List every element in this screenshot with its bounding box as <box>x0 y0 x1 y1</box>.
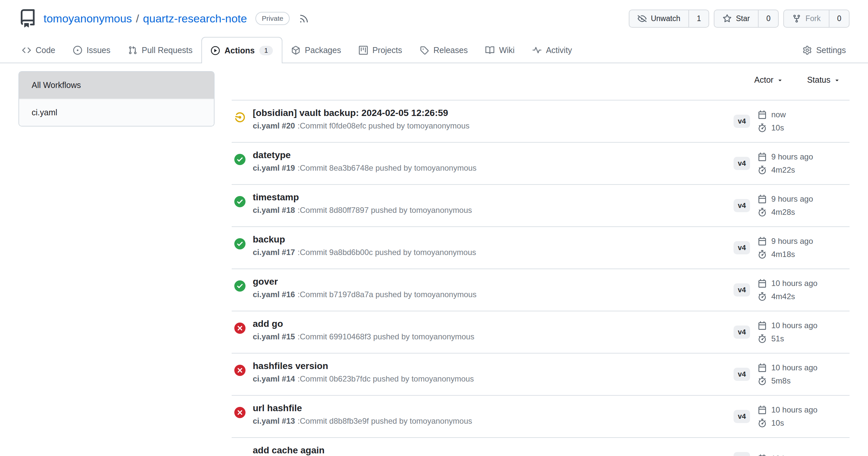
run-date: 9 hours ago <box>758 152 813 161</box>
actor-filter-dropdown[interactable]: Actor <box>754 75 783 85</box>
sidebar-item-all-workflows[interactable]: All Workflows <box>19 72 214 99</box>
watchers-count[interactable]: 1 <box>688 10 709 27</box>
tab-projects[interactable]: Projects <box>350 38 411 63</box>
tab-wiki[interactable]: Wiki <box>476 38 523 63</box>
package-icon <box>291 46 300 55</box>
calendar-icon <box>758 153 767 161</box>
run-workflow-ref[interactable]: ci.yaml #20 <box>253 121 295 130</box>
run-subtitle: ci.yaml #19:Commit 8ea3b6748e pushed by … <box>253 163 476 173</box>
star-button[interactable]: Star <box>714 10 758 27</box>
star-label: Star <box>736 14 750 23</box>
issue-opened-icon <box>73 46 82 55</box>
runs-panel: Actor Status [obsidian] vault backup: 20… <box>232 71 849 456</box>
run-date: 10 hours ago <box>758 321 817 330</box>
run-title-link[interactable]: timestamp <box>253 192 472 203</box>
run-workflow-ref[interactable]: ci.yaml #19 <box>253 163 295 172</box>
tab-label: Packages <box>305 45 341 55</box>
run-duration: 5m8s <box>758 376 817 386</box>
calendar-icon <box>758 405 767 414</box>
visibility-badge: Private <box>255 12 289 25</box>
star-button-group: Star 0 <box>714 9 779 28</box>
run-commit-desc: :Commit b7197d8a7a pushed by tomoyanonym… <box>298 290 476 299</box>
run-commit-desc: :Commit 0b623b7fdc pushed by tomoyanonym… <box>298 374 474 383</box>
chevron-down-icon <box>834 77 840 84</box>
tab-label: Code <box>36 45 55 55</box>
run-date: 9 hours ago <box>758 236 813 246</box>
status-filter-dropdown[interactable]: Status <box>807 75 840 85</box>
fork-label: Fork <box>805 14 820 23</box>
run-date: 10 hours ago <box>758 363 817 372</box>
fork-button[interactable]: Fork <box>784 10 829 27</box>
tab-pull-requests[interactable]: Pull Requests <box>119 38 202 63</box>
status-failure-icon <box>234 407 246 418</box>
status-success-icon <box>234 281 246 292</box>
tag-icon <box>420 46 429 55</box>
forks-count[interactable]: 0 <box>829 10 849 27</box>
eye-closed-icon <box>638 14 647 23</box>
breadcrumb-owner-link[interactable]: tomoyanonymous <box>43 12 132 25</box>
actions-count-badge: 1 <box>259 46 273 55</box>
runner-version-badge: v4 <box>734 241 750 254</box>
run-title-link[interactable]: backup <box>253 234 476 245</box>
run-title-link[interactable]: add cache again <box>253 445 324 456</box>
unwatch-label: Unwatch <box>651 14 680 23</box>
calendar-icon <box>758 110 767 119</box>
repo-action-buttons: Unwatch 1 Star 0 Fork 0 <box>629 9 849 28</box>
run-workflow-ref[interactable]: ci.yaml #14 <box>253 374 295 383</box>
run-workflow-ref[interactable]: ci.yaml #16 <box>253 290 295 299</box>
status-success-icon <box>234 196 246 207</box>
run-duration: 4m28s <box>758 207 813 217</box>
tab-settings[interactable]: Settings <box>794 38 855 63</box>
breadcrumb-repo-link[interactable]: quartz-research-note <box>143 12 247 25</box>
run-title-link[interactable]: [obsidian] vault backup: 2024-02-05 12:2… <box>253 108 470 118</box>
repo-icon <box>19 9 37 28</box>
runner-version-badge: v4 <box>734 368 750 381</box>
run-subtitle: ci.yaml #17:Commit 9a8bd6b00c pushed by … <box>253 248 476 257</box>
rss-feed-icon[interactable] <box>299 13 309 24</box>
breadcrumb-separator: / <box>136 12 139 25</box>
run-workflow-ref[interactable]: ci.yaml #15 <box>253 332 295 341</box>
sidebar-item-ci-yaml[interactable]: ci.yaml <box>19 99 214 126</box>
run-title-link[interactable]: hashfiles version <box>253 361 474 371</box>
run-subtitle: ci.yaml #16:Commit b7197d8a7a pushed by … <box>253 290 476 299</box>
tab-packages[interactable]: Packages <box>282 38 350 63</box>
tab-label: Wiki <box>499 45 515 55</box>
stopwatch-icon <box>758 166 767 174</box>
run-workflow-ref[interactable]: ci.yaml #13 <box>253 417 295 425</box>
calendar-icon <box>758 279 767 288</box>
tab-issues[interactable]: Issues <box>64 38 119 63</box>
repo-header: tomoyanonymous / quartz-research-note Pr… <box>0 0 868 32</box>
run-workflow-ref[interactable]: ci.yaml #17 <box>253 248 295 257</box>
book-icon <box>486 46 494 55</box>
workflow-run-row: gover ci.yaml #16:Commit b7197d8a7a push… <box>232 269 849 312</box>
run-subtitle: ci.yaml #20:Commit f0fde08efc pushed by … <box>253 121 470 130</box>
run-title-link[interactable]: add go <box>253 319 474 329</box>
run-commit-desc: :Commit 8d80ff7897 pushed by tomoyanonym… <box>298 205 472 215</box>
unwatch-button[interactable]: Unwatch <box>629 10 688 27</box>
workflow-run-list: [obsidian] vault backup: 2024-02-05 12:2… <box>232 100 849 456</box>
run-subtitle: ci.yaml #14:Commit 0b623b7fdc pushed by … <box>253 374 474 384</box>
runner-version-badge: v4 <box>734 452 750 456</box>
tab-code[interactable]: Code <box>13 38 64 63</box>
actions-content: All Workflows ci.yaml Actor Status [obsi… <box>0 71 868 456</box>
calendar-icon <box>758 321 767 330</box>
repo-tab-nav: Code Issues Pull Requests Actions 1 Pack… <box>0 37 868 63</box>
run-date: now <box>758 110 786 119</box>
run-workflow-ref[interactable]: ci.yaml #18 <box>253 205 295 215</box>
fork-button-group: Fork 0 <box>783 9 849 28</box>
run-title-link[interactable]: datetype <box>253 150 476 160</box>
play-icon <box>211 46 220 55</box>
run-title-link[interactable]: url hashfile <box>253 403 472 414</box>
status-failure-icon <box>234 365 246 376</box>
tab-label: Activity <box>546 45 572 55</box>
stars-count[interactable]: 0 <box>758 10 778 27</box>
run-commit-desc: :Commit d8b8fb3e9f pushed by tomoyanonym… <box>298 417 472 425</box>
tab-activity[interactable]: Activity <box>524 38 581 63</box>
stopwatch-icon <box>758 419 767 427</box>
run-title-link[interactable]: gover <box>253 276 476 287</box>
tab-releases[interactable]: Releases <box>411 38 476 63</box>
run-commit-desc: :Commit 9a8bd6b00c pushed by tomoyanonym… <box>298 248 476 257</box>
runner-version-badge: v4 <box>734 410 750 423</box>
tab-actions[interactable]: Actions 1 <box>202 37 282 63</box>
calendar-icon <box>758 454 767 456</box>
